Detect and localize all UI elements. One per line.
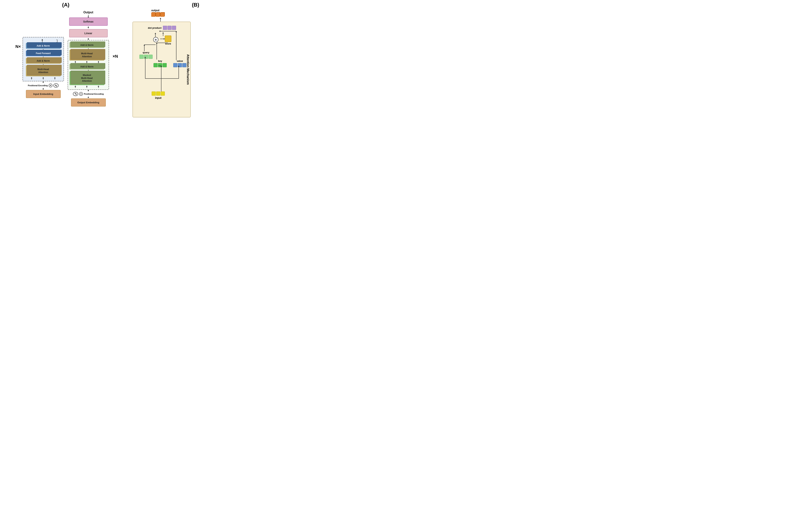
decoder-dashed-box: Add & Norm Multi-HeadAttention [68, 40, 109, 90]
part-a: (A) N× [4, 2, 128, 107]
decoder-add-norm-top: Add & Norm [70, 42, 104, 48]
decoder-add-norm-mid: Add & Norm [70, 64, 104, 70]
b-score-block [165, 36, 171, 42]
encoder-multi-head: Multi-HeadAttention [26, 65, 61, 76]
attention-box: Attention Mechanism dot product ⊗ [132, 22, 191, 117]
b-arrow-dp-up [163, 32, 163, 36]
softmax-block: Softmax [69, 17, 108, 26]
encoder-dashed-box: Add & Norm Feed Forward [22, 37, 64, 81]
b-arrow-query-up [144, 44, 145, 51]
decoder: ×N Output Softmax Linear [68, 11, 109, 107]
section-title-a: (A) [62, 2, 70, 8]
b-arrow-score-otimes [160, 39, 165, 39]
decoder-pos-enc-row: ∿ + Positional Encoding [73, 92, 104, 96]
decoder-wave: ∿ [73, 92, 78, 96]
main-container: (A) N× [0, 0, 201, 133]
attention-mechanism-container: output Attention Mechanism dot product [132, 9, 201, 121]
decoder-cross-attention: Multi-HeadAttention [70, 50, 104, 60]
encoder-add-norm-top: Add & Norm [26, 43, 61, 49]
b-query-cubes [139, 55, 153, 59]
b-otimes: ⊗ [153, 37, 158, 42]
b-line-input-value-up [179, 65, 179, 78]
section-title-b: (B) [128, 2, 199, 8]
encoder-self-loop [24, 39, 60, 43]
input-embedding: Input Embedding [26, 90, 61, 98]
b-value-label: value [176, 60, 183, 62]
b-key-section: key [153, 60, 167, 67]
encoder-wave: ∿ [53, 83, 59, 88]
encoder-add-norm-mid: Add & Norm [26, 58, 61, 64]
b-dot-product-cubes [163, 26, 176, 30]
output-label: Output [83, 11, 93, 14]
b-query-label: query [143, 51, 149, 54]
encoder-circle-plus: + [49, 83, 52, 87]
part-b: (B) output Attention Mechanism [128, 2, 201, 121]
b-line-input-query-up [145, 57, 146, 79]
b-output-section: output [151, 9, 164, 17]
encoder-pos-enc-row: Positional Encoding + ∿ [28, 83, 59, 88]
nx-label: N× [15, 44, 21, 49]
b-arrow-otimes-up [155, 33, 155, 37]
b-arrow-value-loop [176, 31, 176, 60]
b-dot-product-label: dot product [148, 26, 162, 29]
b-line-key-h [158, 65, 162, 66]
b-score-section: score [165, 36, 171, 45]
attn-mechanism-label: Attention Mechanism [186, 54, 190, 85]
svg-marker-1 [41, 39, 43, 40]
encoder: N× [22, 11, 64, 98]
b-output-label: output [151, 9, 160, 12]
b-query-section: query [139, 51, 153, 59]
b-input-cubes [152, 92, 165, 96]
b-dot-product-section: dot product [148, 26, 176, 30]
b-line-input-left [145, 78, 162, 79]
linear-block: Linear [69, 29, 108, 37]
output-embedding: Output Embedding [71, 98, 106, 107]
decoder-circle-plus: + [79, 92, 83, 96]
b-key-cubes [153, 63, 167, 67]
b-input-section: input [152, 92, 165, 99]
decoder-masked: MaskedMulti-HeadAttention [70, 71, 104, 85]
b-line-input-main [161, 78, 162, 92]
xn-label: ×N [113, 54, 118, 59]
b-input-label: input [155, 96, 162, 99]
b-key-label: key [158, 60, 162, 62]
encoder-feed-forward: Feed Forward [26, 51, 61, 56]
b-line-input-right [161, 78, 179, 79]
b-arrow-key-score [156, 43, 157, 60]
b-value-cubes [173, 63, 186, 67]
b-output-cubes [151, 13, 164, 17]
b-value-section: value [173, 60, 186, 67]
b-line-input-key [161, 65, 162, 78]
